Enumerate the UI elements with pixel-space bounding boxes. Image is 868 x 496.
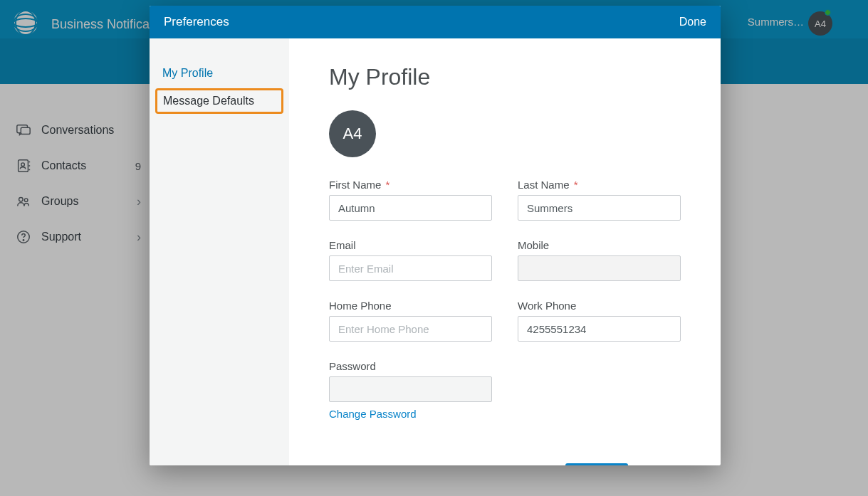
field-email: Email bbox=[329, 239, 492, 281]
modal-content: My Profile A4 First Name * Last Name * E… bbox=[289, 38, 721, 465]
form-actions: Save Cancel bbox=[329, 463, 681, 465]
field-work-phone: Work Phone bbox=[518, 300, 681, 342]
preferences-modal: Preferences Done My Profile Message Defa… bbox=[150, 6, 721, 465]
profile-avatar[interactable]: A4 bbox=[329, 110, 376, 157]
field-password: Password Change Password bbox=[329, 360, 492, 421]
last-name-input[interactable] bbox=[518, 195, 681, 221]
change-password-link[interactable]: Change Password bbox=[329, 408, 417, 420]
field-mobile: Mobile bbox=[518, 239, 681, 281]
modal-title: Preferences bbox=[164, 15, 229, 29]
work-phone-label: Work Phone bbox=[518, 300, 681, 312]
field-last-name: Last Name * bbox=[518, 179, 681, 221]
field-first-name: First Name * bbox=[329, 179, 492, 221]
save-button[interactable]: Save bbox=[565, 463, 628, 465]
password-label: Password bbox=[329, 360, 492, 372]
last-name-label: Last Name * bbox=[518, 179, 681, 191]
email-label: Email bbox=[329, 239, 492, 251]
mobile-label: Mobile bbox=[518, 239, 681, 251]
work-phone-input[interactable] bbox=[518, 316, 681, 342]
first-name-input[interactable] bbox=[329, 195, 492, 221]
field-home-phone: Home Phone bbox=[329, 300, 492, 342]
page-title: My Profile bbox=[329, 64, 681, 90]
home-phone-label: Home Phone bbox=[329, 300, 492, 312]
modal-nav-message-defaults[interactable]: Message Defaults bbox=[155, 88, 283, 114]
modal-sidebar: My Profile Message Defaults bbox=[150, 38, 289, 465]
mobile-input[interactable] bbox=[518, 255, 681, 281]
home-phone-input[interactable] bbox=[329, 316, 492, 342]
modal-header: Preferences Done bbox=[150, 6, 721, 38]
email-input[interactable] bbox=[329, 255, 492, 281]
password-input[interactable] bbox=[329, 376, 492, 402]
first-name-label: First Name * bbox=[329, 179, 492, 191]
modal-nav-my-profile[interactable]: My Profile bbox=[150, 61, 289, 85]
done-button[interactable]: Done bbox=[679, 16, 706, 28]
